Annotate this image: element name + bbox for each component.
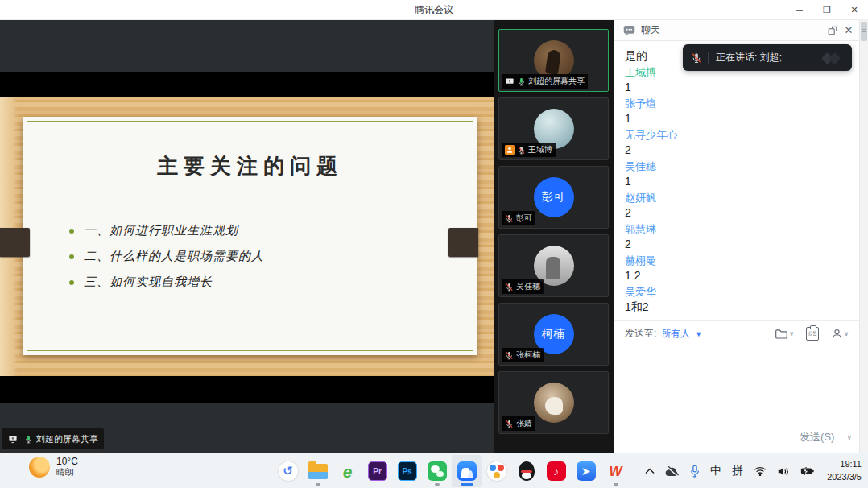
tencent-meeting-logo-icon xyxy=(820,52,844,64)
taskbar-netease-music-icon[interactable]: ♪ xyxy=(541,455,571,487)
presentation-slide: 主要关注的问题 一、如何进行职业生涯规划二、什么样的人是职场需要的人三、如何实现… xyxy=(23,117,477,355)
wifi-icon[interactable] xyxy=(754,466,767,476)
taskbar-thunder-icon[interactable]: ➤ xyxy=(571,455,601,487)
participant-label: 张婧 xyxy=(502,416,535,431)
chat-sender-name: 吴爱华 xyxy=(625,284,868,300)
chat-message-text: 2 xyxy=(625,205,868,221)
participant-tile[interactable]: 吴佳穗 xyxy=(498,234,609,297)
chat-close-icon[interactable]: ✕ xyxy=(841,23,857,39)
speaker-icon[interactable] xyxy=(777,466,790,477)
taskbar-quark-browser-icon[interactable]: ↺ xyxy=(273,455,303,487)
slide-border-frame: 主要关注的问题 一、如何进行职业生涯规划二、什么样的人是职场需要的人三、如何实现… xyxy=(27,121,473,351)
share-top-band xyxy=(0,20,494,72)
weather-condition: 晴朗 xyxy=(56,467,78,478)
mic-muted-icon xyxy=(505,283,514,292)
taskbar-premiere-icon[interactable]: Pr xyxy=(362,455,392,487)
tray-cloud-icon[interactable] xyxy=(665,466,680,477)
toast-divider xyxy=(708,52,709,64)
taskbar-tencent-meeting-icon[interactable] xyxy=(452,455,482,487)
chevron-down-icon[interactable]: ∨ xyxy=(789,330,794,337)
clock-date: 2023/3/5 xyxy=(827,470,862,483)
system-tray: 中 拼 xyxy=(645,453,815,488)
main-content: 主要关注的问题 一、如何进行职业生涯规划二、什么样的人是职场需要的人三、如何实现… xyxy=(0,20,868,453)
speaking-toast: 正在讲话: 刘超; xyxy=(683,44,852,71)
announcement-icon[interactable]: 公告 xyxy=(806,327,819,341)
taskbar-internet-explorer-icon[interactable]: e xyxy=(333,455,362,487)
minimize-icon[interactable]: ─ xyxy=(786,0,813,20)
bullet-text: 三、如何实现自我增长 xyxy=(84,275,213,290)
popout-icon[interactable] xyxy=(825,23,841,39)
moon-weather-icon xyxy=(29,457,50,478)
titlebar: 腾讯会议 ─ ❐ ✕ xyxy=(0,0,868,20)
participant-tile[interactable]: 刘超的屏幕共享 xyxy=(498,29,609,92)
taskbar-browser-360-icon[interactable] xyxy=(482,455,511,487)
bullet-text: 一、如何进行职业生涯规划 xyxy=(84,223,238,238)
screen-share-icon xyxy=(505,77,515,86)
mic-muted-icon xyxy=(505,351,514,360)
send-to-row: 发送至: 所有人 ▼ ∨ 公告 ∨ xyxy=(614,320,868,347)
chat-scrollbar-thumb[interactable] xyxy=(861,22,867,41)
taskbar-file-explorer-icon[interactable] xyxy=(303,455,333,487)
participant-label: 刘超的屏幕共享 xyxy=(502,74,588,89)
tray-chevron-up-icon[interactable] xyxy=(645,468,655,474)
participant-name: 张柯楠 xyxy=(516,349,540,361)
share-status-text: 刘超的屏幕共享 xyxy=(36,433,98,445)
mic-on-icon xyxy=(24,435,33,444)
bullet-dot-icon xyxy=(69,229,74,234)
private-chat-button[interactable]: ∨ xyxy=(831,328,849,340)
avatar xyxy=(534,383,574,423)
mic-muted-icon xyxy=(505,214,514,223)
chat-sender-name: 吴佳穗 xyxy=(625,159,868,175)
taskbar-wps-icon[interactable]: W xyxy=(601,455,630,487)
participant-tile[interactable]: 柯楠张柯楠 xyxy=(498,303,609,366)
mic-muted-icon xyxy=(505,420,514,428)
participant-tile[interactable]: 张婧 xyxy=(498,371,609,434)
taskbar-clock[interactable]: 19:11 2023/3/5 xyxy=(827,457,862,483)
participant-tile[interactable]: 彭可彭可 xyxy=(498,166,609,229)
send-to-dropdown[interactable]: 所有人 xyxy=(661,327,690,341)
share-letterbox-bottom xyxy=(0,376,494,403)
speaking-toast-text: 正在讲话: 刘超; xyxy=(716,51,820,64)
slide-bullet: 一、如何进行职业生涯规划 xyxy=(69,223,473,238)
participant-name: 彭可 xyxy=(516,213,532,224)
taskbar-weather-widget[interactable]: 10°C 晴朗 xyxy=(29,457,78,478)
window-title: 腾讯会议 xyxy=(415,3,453,17)
chat-header: 聊天 ✕ xyxy=(614,20,868,41)
chat-message-text: 1 2 xyxy=(625,268,868,284)
clock-time: 19:11 xyxy=(827,457,862,470)
restore-icon[interactable]: ❐ xyxy=(813,0,841,20)
chevron-down-icon[interactable]: ∨ xyxy=(844,330,849,337)
participant-tile[interactable]: 王域博 xyxy=(498,97,609,160)
chat-panel: 聊天 ✕ 是的王域博1张予煊1无寻少年心2吴佳穗1赵妍帆2郭慧琳2赫栩曼1 2吴… xyxy=(614,20,868,453)
participant-name: 刘超的屏幕共享 xyxy=(528,76,585,87)
tray-microphone-icon[interactable] xyxy=(690,465,700,478)
screen-share-icon xyxy=(5,431,21,447)
running-indicator xyxy=(316,483,320,486)
window-controls: ─ ❐ ✕ xyxy=(786,0,868,20)
taskbar-photoshop-icon[interactable]: Ps xyxy=(392,455,422,487)
chevron-down-icon[interactable]: ▼ xyxy=(695,330,702,338)
slide-wood-background: 主要关注的问题 一、如何进行职业生涯规划二、什么样的人是职场需要的人三、如何实现… xyxy=(0,97,494,376)
taskbar-windows-icon[interactable] xyxy=(243,455,273,487)
chat-message-text: 1 xyxy=(625,80,868,96)
ime-mode-indicator[interactable]: 拼 xyxy=(732,464,743,478)
send-row: 发送(S) ∨ xyxy=(793,428,857,446)
mic-on-icon xyxy=(517,77,526,86)
bullet-text: 二、什么样的人是职场需要的人 xyxy=(84,249,264,264)
send-options-chevron-icon[interactable]: ∨ xyxy=(841,433,857,441)
send-button[interactable]: 发送(S) xyxy=(793,428,841,446)
slide-bullet-list: 一、如何进行职业生涯规划二、什么样的人是职场需要的人三、如何实现自我增长 xyxy=(69,223,473,290)
announcement-button[interactable]: 公告 xyxy=(806,327,819,341)
send-to-label: 发送至: xyxy=(625,327,656,341)
taskbar-qq-icon[interactable] xyxy=(511,455,541,487)
chat-input-area[interactable]: 发送(S) ∨ xyxy=(614,347,868,453)
running-indicator xyxy=(614,483,618,486)
send-file-button[interactable]: ∨ xyxy=(775,328,794,340)
taskbar-wechat-icon[interactable] xyxy=(422,455,452,487)
battery-charging-icon[interactable] xyxy=(800,466,815,476)
ime-language-indicator[interactable]: 中 xyxy=(710,464,721,478)
avatar: 彭可 xyxy=(534,177,574,217)
close-icon[interactable]: ✕ xyxy=(841,0,868,20)
share-letterbox-top xyxy=(0,72,494,97)
participant-label: 彭可 xyxy=(502,211,535,225)
